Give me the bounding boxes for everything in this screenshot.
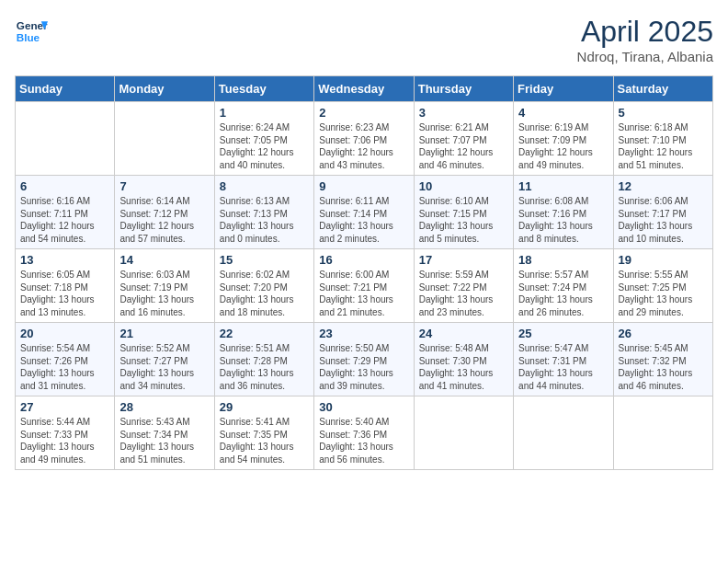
day-number: 14: [119, 253, 209, 267]
calendar-cell: 29Sunrise: 5:41 AM Sunset: 7:35 PM Dayli…: [214, 396, 313, 470]
day-number: 6: [20, 179, 109, 193]
day-number: 13: [20, 253, 109, 267]
day-number: 21: [119, 327, 209, 340]
day-info: Sunrise: 6:14 AM Sunset: 7:12 PM Dayligh…: [119, 195, 209, 245]
calendar-cell: 12Sunrise: 6:06 AM Sunset: 7:17 PM Dayli…: [613, 176, 712, 249]
calendar-cell: 19Sunrise: 5:55 AM Sunset: 7:25 PM Dayli…: [613, 249, 712, 323]
calendar-week-row: 1Sunrise: 6:24 AM Sunset: 7:05 PM Daylig…: [16, 102, 713, 176]
calendar-day-header: Wednesday: [314, 76, 414, 102]
calendar-cell: 5Sunrise: 6:18 AM Sunset: 7:10 PM Daylig…: [613, 102, 712, 176]
day-info: Sunrise: 6:16 AM Sunset: 7:11 PM Dayligh…: [20, 195, 109, 245]
calendar-cell: 28Sunrise: 5:43 AM Sunset: 7:34 PM Dayli…: [115, 396, 214, 470]
calendar-cell: 17Sunrise: 5:59 AM Sunset: 7:22 PM Dayli…: [414, 249, 513, 323]
calendar-day-header: Friday: [514, 76, 613, 102]
day-number: 9: [319, 179, 408, 193]
calendar-header-row: SundayMondayTuesdayWednesdayThursdayFrid…: [16, 76, 713, 102]
day-info: Sunrise: 6:24 AM Sunset: 7:05 PM Dayligh…: [220, 121, 309, 171]
day-number: 17: [419, 253, 508, 267]
day-info: Sunrise: 5:54 AM Sunset: 7:26 PM Dayligh…: [20, 342, 109, 392]
day-info: Sunrise: 5:47 AM Sunset: 7:31 PM Dayligh…: [518, 342, 608, 392]
day-info: Sunrise: 5:48 AM Sunset: 7:30 PM Dayligh…: [419, 342, 508, 392]
day-number: 19: [619, 253, 708, 267]
calendar-day-header: Monday: [115, 76, 214, 102]
calendar-cell: 8Sunrise: 6:13 AM Sunset: 7:13 PM Daylig…: [214, 176, 313, 249]
calendar-cell: 4Sunrise: 6:19 AM Sunset: 7:09 PM Daylig…: [514, 102, 613, 176]
day-number: 27: [20, 400, 109, 414]
day-info: Sunrise: 6:11 AM Sunset: 7:14 PM Dayligh…: [319, 195, 408, 245]
calendar-week-row: 6Sunrise: 6:16 AM Sunset: 7:11 PM Daylig…: [16, 176, 713, 249]
logo-icon: General Blue: [15, 15, 48, 48]
calendar-table: SundayMondayTuesdayWednesdayThursdayFrid…: [15, 75, 713, 470]
calendar-cell: 3Sunrise: 6:21 AM Sunset: 7:07 PM Daylig…: [414, 102, 513, 176]
calendar-week-row: 27Sunrise: 5:44 AM Sunset: 7:33 PM Dayli…: [16, 396, 713, 470]
day-info: Sunrise: 6:03 AM Sunset: 7:19 PM Dayligh…: [119, 269, 209, 318]
calendar-cell: 16Sunrise: 6:00 AM Sunset: 7:21 PM Dayli…: [314, 249, 414, 323]
day-number: 7: [119, 179, 209, 193]
calendar-week-row: 20Sunrise: 5:54 AM Sunset: 7:26 PM Dayli…: [16, 323, 713, 396]
calendar-cell: 30Sunrise: 5:40 AM Sunset: 7:36 PM Dayli…: [314, 396, 414, 470]
day-info: Sunrise: 6:13 AM Sunset: 7:13 PM Dayligh…: [220, 195, 309, 245]
day-number: 24: [419, 327, 508, 340]
day-info: Sunrise: 6:23 AM Sunset: 7:06 PM Dayligh…: [319, 121, 408, 171]
calendar-cell: 6Sunrise: 6:16 AM Sunset: 7:11 PM Daylig…: [16, 176, 115, 249]
day-info: Sunrise: 5:51 AM Sunset: 7:28 PM Dayligh…: [220, 342, 309, 392]
day-info: Sunrise: 5:57 AM Sunset: 7:24 PM Dayligh…: [518, 269, 608, 318]
day-info: Sunrise: 6:18 AM Sunset: 7:10 PM Dayligh…: [619, 121, 708, 171]
calendar-cell: [16, 102, 115, 176]
calendar-day-header: Sunday: [16, 76, 115, 102]
day-number: 23: [319, 327, 408, 340]
day-info: Sunrise: 5:43 AM Sunset: 7:34 PM Dayligh…: [119, 416, 209, 465]
day-info: Sunrise: 6:05 AM Sunset: 7:18 PM Dayligh…: [20, 269, 109, 318]
calendar-cell: 9Sunrise: 6:11 AM Sunset: 7:14 PM Daylig…: [314, 176, 414, 249]
day-number: 30: [319, 400, 408, 414]
title-area: April 2025 Ndroq, Tirana, Albania: [577, 15, 713, 64]
day-number: 1: [220, 106, 309, 120]
calendar-week-row: 13Sunrise: 6:05 AM Sunset: 7:18 PM Dayli…: [16, 249, 713, 323]
day-number: 25: [518, 327, 608, 340]
svg-text:Blue: Blue: [17, 31, 40, 43]
day-number: 18: [518, 253, 608, 267]
calendar-cell: 11Sunrise: 6:08 AM Sunset: 7:16 PM Dayli…: [514, 176, 613, 249]
calendar-cell: [613, 396, 712, 470]
calendar-cell: 25Sunrise: 5:47 AM Sunset: 7:31 PM Dayli…: [514, 323, 613, 396]
calendar-cell: 13Sunrise: 6:05 AM Sunset: 7:18 PM Dayli…: [16, 249, 115, 323]
day-number: 12: [619, 179, 708, 193]
calendar-day-header: Tuesday: [214, 76, 313, 102]
day-number: 2: [319, 106, 408, 120]
calendar-cell: 22Sunrise: 5:51 AM Sunset: 7:28 PM Dayli…: [214, 323, 313, 396]
calendar-cell: 14Sunrise: 6:03 AM Sunset: 7:19 PM Dayli…: [115, 249, 214, 323]
calendar-day-header: Saturday: [613, 76, 712, 102]
day-number: 16: [319, 253, 408, 267]
day-info: Sunrise: 5:55 AM Sunset: 7:25 PM Dayligh…: [619, 269, 708, 318]
calendar-day-header: Thursday: [414, 76, 513, 102]
calendar-cell: 7Sunrise: 6:14 AM Sunset: 7:12 PM Daylig…: [115, 176, 214, 249]
day-info: Sunrise: 5:52 AM Sunset: 7:27 PM Dayligh…: [119, 342, 209, 392]
calendar-cell: 23Sunrise: 5:50 AM Sunset: 7:29 PM Dayli…: [314, 323, 414, 396]
calendar-cell: 27Sunrise: 5:44 AM Sunset: 7:33 PM Dayli…: [16, 396, 115, 470]
day-info: Sunrise: 5:40 AM Sunset: 7:36 PM Dayligh…: [319, 416, 408, 465]
day-number: 8: [220, 179, 309, 193]
day-number: 28: [119, 400, 209, 414]
month-title: April 2025: [577, 15, 713, 49]
day-info: Sunrise: 6:19 AM Sunset: 7:09 PM Dayligh…: [518, 121, 608, 171]
calendar-cell: [514, 396, 613, 470]
day-number: 15: [220, 253, 309, 267]
day-info: Sunrise: 6:06 AM Sunset: 7:17 PM Dayligh…: [619, 195, 708, 245]
calendar-cell: 20Sunrise: 5:54 AM Sunset: 7:26 PM Dayli…: [16, 323, 115, 396]
calendar-cell: 24Sunrise: 5:48 AM Sunset: 7:30 PM Dayli…: [414, 323, 513, 396]
day-info: Sunrise: 5:45 AM Sunset: 7:32 PM Dayligh…: [619, 342, 708, 392]
calendar-cell: 21Sunrise: 5:52 AM Sunset: 7:27 PM Dayli…: [115, 323, 214, 396]
logo: General Blue: [15, 15, 48, 48]
calendar-cell: [414, 396, 513, 470]
day-number: 26: [619, 327, 708, 340]
day-info: Sunrise: 5:59 AM Sunset: 7:22 PM Dayligh…: [419, 269, 508, 318]
day-info: Sunrise: 5:41 AM Sunset: 7:35 PM Dayligh…: [220, 416, 309, 465]
day-number: 4: [518, 106, 608, 120]
day-info: Sunrise: 5:50 AM Sunset: 7:29 PM Dayligh…: [319, 342, 408, 392]
calendar-cell: 2Sunrise: 6:23 AM Sunset: 7:06 PM Daylig…: [314, 102, 414, 176]
calendar-cell: 15Sunrise: 6:02 AM Sunset: 7:20 PM Dayli…: [214, 249, 313, 323]
day-number: 3: [419, 106, 508, 120]
day-number: 22: [220, 327, 309, 340]
calendar-cell: 1Sunrise: 6:24 AM Sunset: 7:05 PM Daylig…: [214, 102, 313, 176]
calendar-cell: [115, 102, 214, 176]
